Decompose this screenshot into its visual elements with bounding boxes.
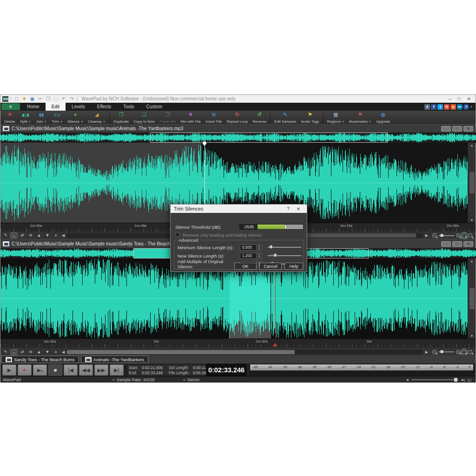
reverse-button[interactable]: Reverse [250, 111, 269, 124]
fast-forward-button[interactable]: ▶▶ [94, 364, 108, 376]
help-icon[interactable]: ? [463, 104, 469, 110]
scroll-right-icon[interactable]: ▶ [424, 350, 430, 354]
track1-overview-strip[interactable] [0, 132, 476, 143]
doc-tab-animals[interactable]: ▮▮▮ Animals -The Yardbarkers [81, 356, 148, 363]
insert-file-button[interactable]: Insert File [203, 111, 224, 124]
silence-button[interactable]: Silence▼ [65, 111, 86, 124]
zoom-selection-icon[interactable] [462, 233, 466, 238]
stop-button[interactable]: ■ [48, 364, 62, 376]
zoom-slider-thumb[interactable] [440, 350, 443, 353]
track1-vertical-scrollbar[interactable]: ▲ ▼ [468, 143, 476, 223]
copy-icon[interactable]: ❐ [45, 96, 51, 102]
paste-mix-button[interactable]: Paste Mix [157, 111, 178, 124]
track2-minimize-button[interactable]: – [441, 241, 451, 247]
slider-thumb[interactable] [269, 245, 273, 249]
save-icon[interactable]: ▣ [29, 96, 35, 102]
join-button[interactable]: Join▼ [33, 111, 49, 124]
tab-custom[interactable]: Custom [140, 103, 168, 111]
linkedin-icon[interactable]: in [457, 104, 463, 110]
new-silence-input[interactable]: 1.200▲▼ [240, 253, 262, 259]
leading-trailing-checkbox[interactable] [175, 232, 180, 237]
rewind-button[interactable]: ◀◀ [79, 364, 93, 376]
close-button[interactable]: ✕ [467, 96, 471, 101]
duplicate-button[interactable]: Duplicate [111, 111, 131, 124]
scrub-tool-icon[interactable]: ≋ [27, 349, 34, 355]
redo-icon[interactable]: ↷ [69, 96, 75, 102]
help-button[interactable]: Help [284, 263, 303, 270]
threshold-slider[interactable]: -25dB [239, 224, 304, 230]
new-silence-slider[interactable] [268, 255, 301, 256]
zoom-vertical-out-icon[interactable]: ▼ [44, 232, 51, 238]
upgrade-button[interactable]: Upgrade [374, 111, 393, 124]
like-icon[interactable]: ♦ [424, 104, 430, 110]
speaker-quiet-icon[interactable]: ◄ [405, 378, 409, 382]
zoom-full-icon[interactable] [468, 350, 472, 354]
scroll-tool-icon[interactable]: ↔ [10, 232, 18, 238]
facebook-icon[interactable]: f [431, 104, 436, 110]
trim-button[interactable]: Trim▼ [49, 111, 65, 124]
new-file-icon[interactable]: ▢ [13, 96, 20, 102]
paste-icon[interactable]: ▢ [53, 96, 59, 102]
dialog-help-button[interactable]: ? [283, 206, 293, 212]
tab-effects[interactable]: Effects [91, 103, 117, 111]
tab-edit[interactable]: Edit [46, 103, 66, 111]
channels-selector[interactable]: ▼Stereo [183, 377, 199, 382]
mixer-icon[interactable]: ||| [468, 378, 472, 382]
slider-thumb[interactable] [273, 253, 277, 257]
track1-view-region-box[interactable] [150, 132, 388, 143]
track1-close-button[interactable]: ✕ [463, 126, 473, 132]
select-tool-icon[interactable]: ⇄ [19, 232, 26, 238]
doc-tab-sandy-toes[interactable]: ▮▮▮ Sandy Toes - The Beach Bums [1, 356, 79, 363]
scroll-left-icon[interactable]: ◀ [60, 350, 66, 354]
googleplus-icon[interactable]: G [444, 104, 450, 110]
dialog-close-button[interactable]: ✕ [293, 206, 304, 212]
list-view-icon[interactable]: ≡ [52, 232, 60, 238]
track1-minimize-button[interactable]: – [441, 126, 451, 132]
play-from-cursor-button[interactable]: ▶● [33, 364, 47, 376]
scroll-down-icon[interactable]: ▼ [470, 218, 474, 223]
track2-vertical-scrollbar[interactable]: ▲ ▼ [468, 258, 476, 338]
min-silence-slider[interactable] [268, 247, 301, 248]
edit-samples-button[interactable]: Edit Samples [272, 111, 298, 124]
twitter-icon[interactable]: t [437, 104, 443, 110]
zoom-in-icon[interactable]: + [456, 233, 460, 238]
play-button[interactable]: ▶ [2, 364, 16, 376]
repeat-loop-button[interactable]: Repeat Loop [224, 111, 250, 124]
ok-button[interactable]: OK [234, 263, 257, 270]
zoom-vertical-in-icon[interactable]: ▲ [35, 349, 43, 355]
zoom-out-icon[interactable]: − [432, 350, 436, 354]
zoom-vertical-out-icon[interactable]: ▼ [44, 349, 51, 355]
chevron-down-icon[interactable]: ▼ [470, 106, 473, 108]
cleanup-button[interactable]: Cleanup▼ [86, 111, 108, 124]
maximize-button[interactable]: □ [458, 96, 461, 101]
zoom-slider-thumb[interactable] [440, 234, 443, 237]
regions-button[interactable]: Regions▼ [325, 111, 347, 124]
select-tool-icon[interactable]: ⇄ [19, 349, 26, 355]
go-to-start-button[interactable]: |◀ [64, 364, 78, 376]
scroll-up-icon[interactable]: ▲ [470, 143, 474, 148]
copy-to-new-button[interactable]: Copy to New [131, 111, 157, 124]
zoom-full-icon[interactable] [468, 233, 472, 238]
scroll-right-icon[interactable]: ▶ [424, 233, 430, 238]
scroll-thumb[interactable] [469, 172, 475, 193]
scroll-thumb[interactable] [469, 288, 475, 309]
volume-slider[interactable] [411, 379, 458, 380]
main-menu-button[interactable]: ≡ [1, 103, 20, 110]
scroll-left-icon[interactable]: ◀ [60, 233, 66, 238]
scrub-tool-icon[interactable]: ≋ [27, 232, 34, 238]
zoom-vertical-in-icon[interactable]: ▲ [35, 232, 43, 238]
pencil-tool-icon[interactable]: ✎ [2, 349, 9, 355]
spin-down-icon[interactable]: ▼ [257, 247, 262, 250]
scroll-tool-icon[interactable]: ↔ [10, 349, 18, 355]
scroll-up-icon[interactable]: ▲ [470, 258, 474, 264]
cut-icon[interactable]: ✂ [37, 96, 43, 102]
mix-with-file-button[interactable]: Mix with File [178, 111, 203, 124]
tab-levels[interactable]: Levels [66, 103, 91, 111]
scroll-down-icon[interactable]: ▼ [470, 333, 474, 338]
track2-time-ruler[interactable]: 1m:30s 2m 2m:30s 3m [0, 338, 476, 348]
speaker-loud-icon[interactable]: ◄) [460, 378, 465, 382]
audio-tags-button[interactable]: Audio Tags [298, 111, 321, 124]
track2-close-button[interactable]: ✕ [463, 241, 473, 247]
playback-cursor-marker[interactable] [273, 343, 278, 346]
bookmarks-button[interactable]: Bookmarks▼ [347, 111, 374, 124]
